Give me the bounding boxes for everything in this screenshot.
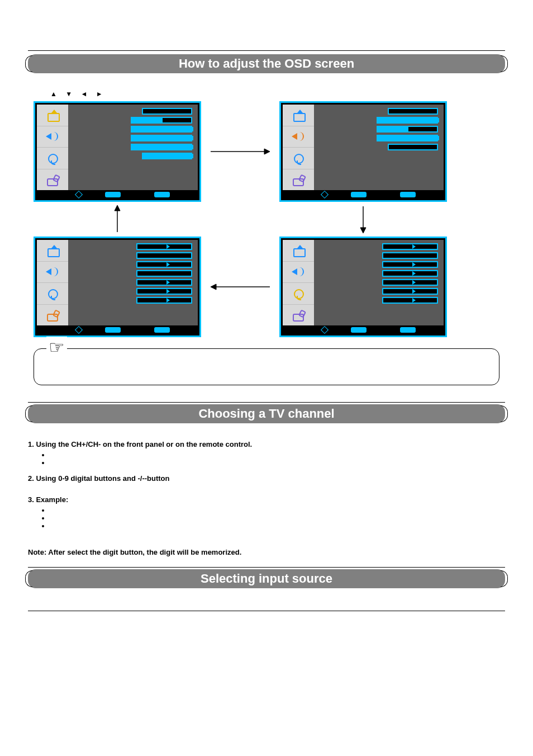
osd-footer-button[interactable] [154, 327, 170, 333]
section-channel-title: Choosing a TV channel [198, 407, 334, 420]
osd-menu-row[interactable] [131, 135, 192, 141]
channel-step-3: 3. Example: [28, 495, 505, 504]
osd-menu-row[interactable] [131, 126, 192, 133]
globe-icon [46, 288, 59, 299]
channel-step-1: 1. Using the CH+/CH- on the front panel … [28, 440, 505, 448]
osd-menu-row[interactable] [136, 270, 192, 277]
hand-icon [292, 309, 305, 320]
osd-screen-picture [34, 101, 201, 202]
osd-tab-hand[interactable] [283, 169, 314, 191]
section-divider [28, 402, 505, 403]
osd-menu-row[interactable] [388, 144, 438, 150]
osd-footer-button[interactable] [351, 327, 367, 333]
globe-icon [46, 153, 59, 164]
osd-footer-button[interactable] [154, 192, 170, 197]
spk-icon [292, 131, 305, 142]
osd-footer [283, 326, 444, 334]
osd-menu-row[interactable] [136, 279, 192, 286]
osd-footer-button[interactable] [400, 192, 416, 197]
diamond-icon [75, 191, 83, 199]
hand-icon [46, 174, 59, 185]
channel-step-3-bullets [50, 506, 505, 530]
section-divider-2 [28, 567, 505, 568]
osd-menu-row[interactable] [382, 297, 438, 304]
osd-menu-row[interactable] [382, 261, 438, 268]
osd-footer-button[interactable] [105, 327, 121, 333]
osd-menu-row[interactable] [377, 135, 438, 141]
globe-icon [292, 288, 305, 299]
osd-menu-row[interactable] [131, 117, 192, 124]
osd-tab-hand[interactable] [283, 305, 314, 326]
osd-tab-globe[interactable] [283, 283, 314, 305]
arrow-right-icon [207, 146, 274, 157]
diamond-icon [321, 326, 329, 334]
osd-menu-row[interactable] [377, 117, 438, 124]
osd-tab-globe[interactable] [37, 148, 68, 169]
osd-footer [37, 191, 198, 199]
spk-icon [46, 266, 59, 277]
osd-tab-globe[interactable] [37, 283, 68, 305]
channel-step-2: 2. Using 0-9 digital buttons and -/--but… [28, 474, 505, 483]
section-osd-title: How to adjust the OSD screen [179, 56, 354, 70]
osd-menu-row[interactable] [136, 252, 192, 259]
osd-screen-sound [279, 101, 447, 202]
osd-tab-tv[interactable] [283, 240, 314, 262]
osd-tab-hand[interactable] [37, 169, 68, 191]
arrow-left-icon [207, 281, 274, 292]
osd-menu-row[interactable] [388, 108, 438, 115]
hand-icon [292, 174, 305, 185]
osd-menu-row[interactable] [142, 153, 192, 159]
osd-menu-row[interactable] [382, 270, 438, 277]
osd-menu-row[interactable] [382, 252, 438, 259]
globe-icon [292, 153, 305, 164]
osd-menu-row[interactable] [131, 144, 192, 150]
svg-marker-7 [211, 284, 216, 290]
dpad-arrows-label: ▲ ▼ ◄ ► [50, 90, 505, 98]
osd-tab-spk[interactable] [283, 262, 314, 284]
osd-menu-row[interactable] [382, 288, 438, 295]
diamond-icon [75, 326, 83, 334]
osd-menu-row[interactable] [136, 261, 192, 268]
section-osd-heading: How to adjust the OSD screen [28, 54, 505, 73]
osd-tab-globe[interactable] [283, 148, 314, 169]
osd-footer [37, 326, 198, 334]
osd-footer-button[interactable] [105, 192, 121, 197]
osd-flow-grid [34, 101, 505, 337]
osd-menu-row[interactable] [142, 108, 192, 115]
osd-tab-spk[interactable] [283, 126, 314, 148]
osd-tab-tv[interactable] [283, 105, 314, 126]
hand-icon [46, 309, 59, 320]
osd-menu-row[interactable] [382, 279, 438, 286]
channel-note: Note: After select the digit button, the… [28, 548, 505, 556]
osd-screen-system [279, 237, 447, 337]
osd-screen-function [34, 237, 201, 337]
spk-icon [46, 131, 59, 142]
osd-tab-tv[interactable] [37, 105, 68, 126]
section-source-heading: Selecting input source [28, 569, 505, 588]
page-top-rule [28, 50, 505, 51]
svg-marker-1 [264, 149, 270, 154]
svg-marker-5 [360, 228, 366, 233]
tv-icon [46, 245, 59, 256]
osd-note-box: ☞ [34, 348, 499, 385]
arrow-up-icon [112, 205, 123, 233]
osd-tab-tv[interactable] [37, 240, 68, 262]
osd-menu-row[interactable] [377, 126, 438, 133]
osd-footer [283, 191, 444, 199]
pointing-hand-icon: ☞ [46, 337, 67, 358]
osd-menu-row[interactable] [136, 288, 192, 295]
osd-menu-row[interactable] [136, 243, 192, 250]
osd-tab-spk[interactable] [37, 126, 68, 148]
svg-marker-3 [115, 205, 120, 211]
osd-tab-spk[interactable] [37, 262, 68, 284]
osd-tab-hand[interactable] [37, 305, 68, 326]
tv-icon [292, 110, 305, 121]
osd-menu-row[interactable] [136, 297, 192, 304]
diamond-icon [321, 191, 329, 199]
osd-footer-button[interactable] [351, 192, 367, 197]
arrow-down-icon [358, 205, 369, 233]
channel-step-1-bullets [50, 451, 505, 466]
osd-footer-button[interactable] [400, 327, 416, 333]
osd-menu-row[interactable] [382, 243, 438, 250]
tv-icon [46, 110, 59, 121]
